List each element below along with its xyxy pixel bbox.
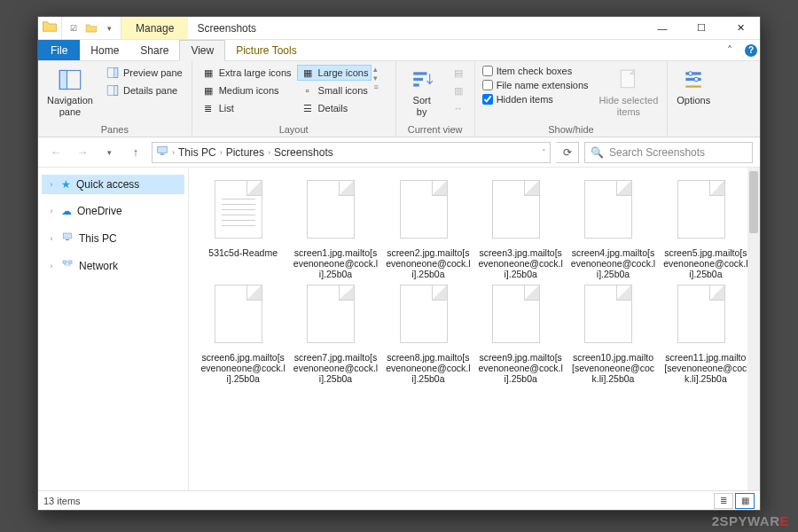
hidden-items-label: Hidden items xyxy=(497,94,553,105)
chevron-right-icon[interactable]: › xyxy=(172,148,175,157)
ribbon: Navigation pane Preview pane Details pan… xyxy=(38,61,760,137)
breadcrumb-screenshots[interactable]: Screenshots xyxy=(274,146,333,159)
navigation-pane-button[interactable]: Navigation pane xyxy=(43,65,97,119)
file-thumbnail-icon xyxy=(400,180,448,239)
layout-more-icon[interactable]: ≡ xyxy=(373,82,378,91)
file-thumbnail-icon xyxy=(400,285,448,343)
group-by-button[interactable]: ▤ xyxy=(448,65,469,81)
extra-large-icons-button[interactable]: ▦Extra large icons xyxy=(198,65,295,81)
chevron-right-icon[interactable]: › xyxy=(47,180,56,189)
file-item[interactable]: 531c5d-Readme xyxy=(200,180,286,279)
file-item[interactable]: screen11.jpg.mailto[sevenoneone@cock.li]… xyxy=(662,285,749,384)
item-checkboxes-checkbox[interactable]: Item check boxes xyxy=(481,65,591,77)
sidebar-item-onedrive[interactable]: › ☁ OneDrive xyxy=(42,201,184,221)
chevron-right-icon[interactable]: › xyxy=(47,262,56,270)
large-icons-icon: ▦ xyxy=(301,66,315,80)
file-item[interactable]: screen10.jpg.mailto[sevenoneone@cock.li]… xyxy=(569,285,656,384)
file-item[interactable]: screen3.jpg.mailto[sevenoneone@cock.li].… xyxy=(477,180,564,279)
qat-properties-icon[interactable]: ☑ xyxy=(66,20,82,36)
minimize-button[interactable]: — xyxy=(643,17,682,39)
scrollbar-vertical[interactable] xyxy=(747,168,760,490)
sidebar-item-network[interactable]: › Network xyxy=(42,255,184,276)
svg-rect-18 xyxy=(63,261,66,263)
chevron-right-icon[interactable]: › xyxy=(47,207,56,215)
list-icon: ≣ xyxy=(201,101,215,115)
file-thumbnail-icon xyxy=(307,285,355,343)
hide-selected-button[interactable]: Hide selected items xyxy=(596,65,662,119)
back-button[interactable]: ← xyxy=(45,142,66,163)
details-label: Details xyxy=(318,103,348,113)
tab-picture-tools[interactable]: Picture Tools xyxy=(225,40,307,60)
details-button[interactable]: ☰Details xyxy=(297,100,372,116)
search-input[interactable]: 🔍 Search Screenshots xyxy=(584,142,753,163)
layout-scroll-down-icon[interactable]: ▾ xyxy=(373,74,378,82)
qat-dropdown-icon[interactable]: ▾ xyxy=(101,20,117,36)
tab-file[interactable]: File xyxy=(38,40,80,60)
qat-newfolder-icon[interactable] xyxy=(83,20,99,36)
medium-icons-button[interactable]: ▦Medium icons xyxy=(198,82,295,98)
ribbon-collapse-button[interactable]: ˄ xyxy=(717,40,742,60)
svg-rect-5 xyxy=(114,86,118,96)
size-columns-button[interactable]: ↔ xyxy=(448,100,469,116)
layout-scroll-up-icon[interactable]: ▴ xyxy=(373,65,378,74)
file-thumbnail-icon xyxy=(677,180,725,239)
add-columns-icon: ▥ xyxy=(451,83,466,98)
tab-view[interactable]: View xyxy=(179,40,225,61)
file-item[interactable]: screen2.jpg.mailto[sevenoneone@cock.li].… xyxy=(385,180,472,279)
options-button[interactable]: Options xyxy=(673,65,714,108)
file-item[interactable]: screen7.jpg.mailto[sevenoneone@cock.li].… xyxy=(292,285,379,384)
forward-button[interactable]: → xyxy=(72,142,93,163)
small-icons-button[interactable]: ▫Small icons xyxy=(297,82,372,98)
sidebar-item-thispc[interactable]: › This PC xyxy=(42,228,184,248)
medium-icons-label: Medium icons xyxy=(219,85,279,96)
file-pane[interactable]: 531c5d-Readmescreen1.jpg.mailto[sevenone… xyxy=(189,168,760,490)
add-columns-button[interactable]: ▥ xyxy=(448,82,469,98)
group-layout-label: Layout xyxy=(198,122,390,137)
sort-by-button[interactable]: Sort by xyxy=(402,65,442,119)
tab-share[interactable]: Share xyxy=(129,40,179,60)
titlebar-left xyxy=(38,17,61,39)
maximize-button[interactable]: ☐ xyxy=(682,17,721,39)
preview-pane-label: Preview pane xyxy=(123,67,183,78)
file-item[interactable]: screen8.jpg.mailto[sevenoneone@cock.li].… xyxy=(385,285,472,384)
window-controls: — ☐ ✕ xyxy=(643,17,760,39)
group-options: Options xyxy=(668,61,719,137)
icons-view-button[interactable]: ▦ xyxy=(735,493,755,509)
refresh-button[interactable]: ⟳ xyxy=(556,142,579,163)
group-layout: ▦Extra large icons ▦Medium icons ≣List ▦… xyxy=(192,61,396,137)
file-item[interactable]: screen6.jpg.mailto[sevenoneone@cock.li].… xyxy=(200,285,286,384)
file-extensions-checkbox[interactable]: File name extensions xyxy=(481,79,591,91)
file-item[interactable]: screen9.jpg.mailto[sevenoneone@cock.li].… xyxy=(477,285,564,384)
svg-rect-6 xyxy=(413,72,426,74)
sidebar-item-quick-access[interactable]: › ★ Quick access xyxy=(42,175,184,194)
file-name: screen8.jpg.mailto[sevenoneone@cock.li].… xyxy=(385,352,472,384)
list-button[interactable]: ≣List xyxy=(198,100,295,116)
file-item[interactable]: screen4.jpg.mailto[sevenoneone@cock.li].… xyxy=(569,180,656,279)
sidebar-item-label: OneDrive xyxy=(77,205,122,217)
file-name: screen11.jpg.mailto[sevenoneone@cock.li]… xyxy=(662,352,749,384)
breadcrumb-pictures[interactable]: Pictures xyxy=(226,146,264,159)
navigation-pane-label: Navigation pane xyxy=(47,95,93,117)
file-item[interactable]: screen5.jpg.mailto[sevenoneone@cock.li].… xyxy=(662,180,749,279)
size-columns-icon: ↔ xyxy=(451,101,466,115)
chevron-right-icon[interactable]: › xyxy=(268,148,270,157)
scrollbar-thumb[interactable] xyxy=(749,171,758,233)
help-button[interactable]: ? xyxy=(742,40,760,60)
close-button[interactable]: ✕ xyxy=(721,17,760,39)
tab-home[interactable]: Home xyxy=(80,40,129,60)
details-view-button[interactable]: ≣ xyxy=(714,493,733,509)
chevron-right-icon[interactable]: › xyxy=(220,148,223,157)
large-icons-button[interactable]: ▦Large icons xyxy=(297,65,372,81)
details-pane-button[interactable]: Details pane xyxy=(102,82,186,98)
chevron-down-icon[interactable]: ˅ xyxy=(542,148,546,157)
preview-pane-button[interactable]: Preview pane xyxy=(102,65,186,81)
file-item[interactable]: screen1.jpg.mailto[sevenoneone@cock.li].… xyxy=(292,180,379,279)
breadcrumb-thispc[interactable]: This PC xyxy=(178,146,216,159)
hidden-items-checkbox[interactable]: Hidden items xyxy=(481,93,591,106)
recent-locations-button[interactable]: ▾ xyxy=(98,142,120,163)
up-button[interactable]: ↑ xyxy=(125,142,146,163)
chevron-right-icon[interactable]: › xyxy=(47,234,56,243)
small-icons-icon: ▫ xyxy=(301,83,315,98)
address-bar[interactable]: › This PC › Pictures › Screenshots ˅ xyxy=(152,142,551,163)
file-thumbnail-icon xyxy=(584,285,632,343)
